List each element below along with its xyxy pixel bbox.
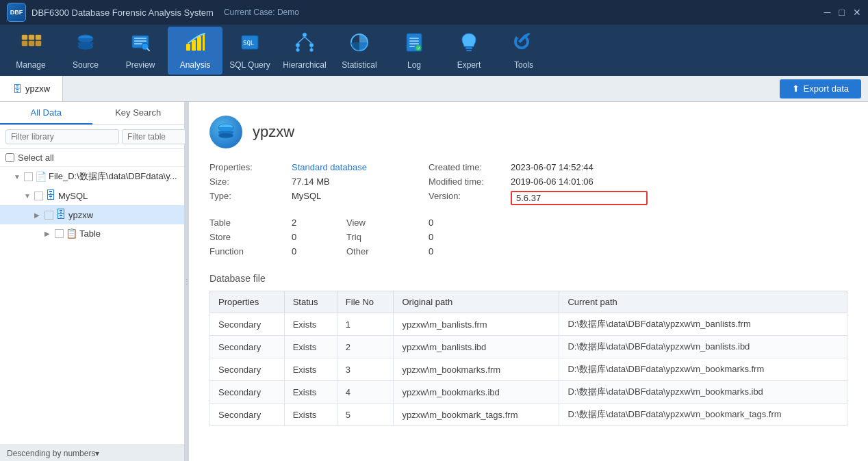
left-panel: All Data Key Search Select all ▼ 📄 File_…	[0, 102, 185, 461]
cell-file-no: 1	[337, 313, 394, 336]
toolbar-item-sql-query[interactable]: SQL SQL Query	[222, 27, 277, 75]
source-icon	[75, 31, 97, 57]
log-icon: ✓	[403, 31, 425, 57]
maximize-button[interactable]: □	[839, 7, 845, 18]
toolbar-item-analysis[interactable]: Analysis	[168, 27, 222, 75]
cell-current-path: D:\数据库\data\DBFdata\ypzxw\m_bookmarks.fr…	[559, 358, 847, 381]
modified-label: Modified time:	[429, 176, 511, 187]
tree-item-mysql[interactable]: ▼ 🗄 MySQL	[0, 186, 184, 205]
svg-rect-10	[134, 40, 146, 42]
checkbox-table[interactable]	[55, 229, 64, 238]
db-header: ypzxw	[209, 116, 847, 148]
modified-value: 2019-06-06 14:01:06	[511, 176, 648, 187]
section-title: Database file	[209, 273, 847, 284]
tools-label: Tools	[514, 60, 533, 70]
minimize-button[interactable]: ─	[824, 7, 831, 18]
cell-properties: Secondary	[210, 313, 285, 336]
checkbox-ypzxw[interactable]	[44, 211, 53, 220]
toolbar-item-preview[interactable]: Preview	[113, 27, 168, 75]
info-grid: Properties: Standard database Created ti…	[209, 162, 847, 205]
size-label: Size:	[209, 176, 292, 187]
toolbar: Manage Source Preview	[0, 25, 868, 76]
cell-original-path: ypzxw\m_banlists.frm	[394, 313, 559, 336]
tab-label: ypzxw	[25, 83, 50, 94]
table-row: Secondary Exists 1 ypzxw\m_banlists.frm …	[210, 313, 847, 336]
export-icon: ⬆	[792, 83, 800, 94]
toolbar-item-expert[interactable]: Expert	[442, 27, 496, 75]
preview-icon	[129, 31, 151, 57]
title-bar: DBF DBF6300 Database Forensic Analysis S…	[0, 0, 868, 25]
analysis-label: Analysis	[180, 60, 211, 70]
svg-point-20	[303, 33, 307, 37]
col-current-path: Current path	[559, 291, 847, 313]
properties-label: Properties:	[209, 162, 292, 172]
cell-file-no: 4	[337, 381, 394, 404]
statistical-label: Statistical	[342, 60, 376, 70]
checkbox-file[interactable]	[24, 172, 33, 181]
tree-item-table[interactable]: ▶ 📋 Table	[0, 224, 184, 242]
filter-library-input[interactable]	[5, 129, 119, 144]
status-bar: Descending by numbers▾	[0, 445, 184, 461]
toolbar-item-tools[interactable]: Tools	[496, 27, 551, 75]
svg-rect-9	[134, 38, 146, 39]
store-stat-value: 0	[292, 232, 346, 242]
file-icon: 📄	[35, 171, 47, 182]
cell-current-path: D:\数据库\data\DBFdata\ypzxw\m_banlists.ibd	[559, 336, 847, 358]
toolbar-item-manage[interactable]: Manage	[3, 27, 58, 75]
app-logo: DBF	[7, 3, 26, 22]
cell-properties: Secondary	[210, 381, 285, 404]
svg-rect-17	[203, 34, 205, 51]
properties-value: Standard database	[292, 162, 429, 172]
cell-original-path: ypzxw\m_bookmark_tags.frm	[394, 404, 559, 426]
svg-point-21	[296, 43, 300, 47]
svg-rect-16	[197, 36, 201, 51]
select-all-checkbox[interactable]	[5, 153, 14, 162]
view-stat-value: 0	[429, 218, 483, 228]
other-stat-label: Other	[346, 246, 429, 256]
ypzxw-label: ypzxw	[68, 210, 93, 220]
svg-rect-1	[29, 35, 34, 40]
table-label: Table	[79, 228, 101, 239]
app-name: DBF6300 Database Forensic Analysis Syste…	[31, 8, 214, 18]
svg-point-26	[310, 48, 314, 51]
filter-row	[0, 125, 184, 149]
col-status: Status	[284, 291, 337, 313]
select-all-row[interactable]: Select all	[0, 149, 184, 167]
cell-properties: Secondary	[210, 358, 285, 381]
svg-point-7	[78, 44, 93, 49]
svg-rect-0	[22, 35, 27, 40]
expand-icon-ypzxw: ▶	[34, 211, 42, 219]
window-controls: ─ □ ✕	[824, 7, 861, 18]
toolbar-item-log[interactable]: ✓ Log	[387, 27, 442, 75]
close-button[interactable]: ✕	[853, 7, 861, 18]
svg-point-25	[296, 48, 300, 51]
toolbar-item-statistical[interactable]: Statistical	[332, 27, 387, 75]
cell-original-path: ypzxw\m_bookmarks.frm	[394, 358, 559, 381]
left-tab-all-data[interactable]: All Data	[0, 102, 92, 124]
tree-area: ▼ 📄 File_D:\数据库\data\DBFdata\y... ▼ 🗄 My…	[0, 167, 184, 445]
log-label: Log	[407, 60, 421, 70]
checkbox-mysql[interactable]	[34, 192, 43, 200]
tree-item-file[interactable]: ▼ 📄 File_D:\数据库\data\DBFdata\y...	[0, 167, 184, 186]
left-tab-key-search[interactable]: Key Search	[92, 102, 185, 124]
svg-rect-14	[186, 44, 190, 51]
export-button[interactable]: ⬆ Export data	[780, 79, 862, 98]
toolbar-item-source[interactable]: Source	[58, 27, 113, 75]
left-tabs: All Data Key Search	[0, 102, 184, 125]
tree-item-ypzxw[interactable]: ▶ 🗄 ypzxw	[0, 205, 184, 224]
created-label: Created time:	[429, 162, 511, 172]
cell-file-no: 5	[337, 404, 394, 426]
col-properties: Properties	[210, 291, 285, 313]
cell-status: Exists	[284, 336, 337, 358]
toolbar-item-hierarchical[interactable]: Hierarchical	[277, 27, 332, 75]
tab-ypzxw[interactable]: 🗄 ypzxw	[0, 76, 63, 101]
triq-stat-label: Triq	[346, 232, 429, 242]
select-all-label: Select all	[18, 153, 54, 163]
triq-stat-value: 0	[429, 232, 483, 242]
preview-label: Preview	[126, 60, 155, 70]
svg-line-24	[305, 37, 311, 43]
cell-status: Exists	[284, 404, 337, 426]
version-value: 5.6.37	[511, 191, 648, 205]
db-icon-ypzxw: 🗄	[55, 209, 66, 221]
function-stat-value: 0	[292, 246, 346, 256]
